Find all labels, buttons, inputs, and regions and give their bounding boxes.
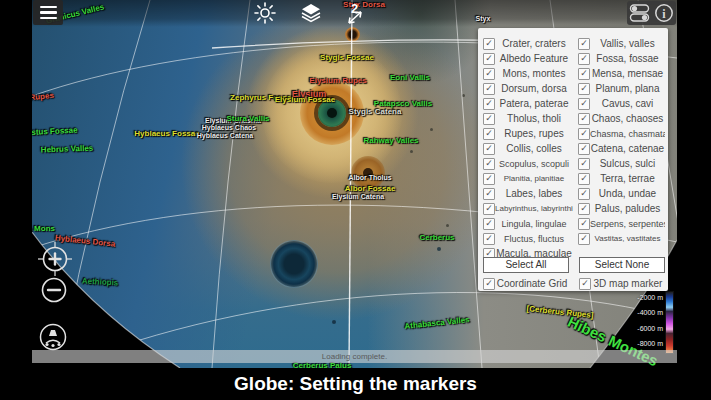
- feature-label: Coordinate Grid: [495, 278, 569, 289]
- feature-checkbox[interactable]: ✓: [483, 53, 495, 65]
- feature-row: ✓Scopulus, scopuli: [483, 156, 573, 171]
- feature-row: ✓Planitia, planitiae: [483, 171, 573, 186]
- feature-checkbox[interactable]: ✓: [483, 158, 495, 170]
- feature-row: ✓3D map marker: [579, 276, 665, 291]
- menu-button[interactable]: [33, 0, 63, 25]
- feature-row: ✓Catena, catenae: [578, 141, 665, 156]
- lander-button[interactable]: [38, 322, 68, 356]
- select-all-button[interactable]: Select All: [483, 257, 569, 273]
- feature-checkbox[interactable]: ✓: [483, 128, 495, 140]
- feature-checkbox[interactable]: ✓: [578, 188, 590, 200]
- feature-row: ✓Vastitas, vastitates: [578, 231, 665, 246]
- feature-checkbox[interactable]: ✓: [578, 113, 590, 125]
- svg-text:2: 2: [351, 1, 358, 16]
- info-button[interactable]: i: [654, 3, 674, 23]
- feature-label: Serpens, serpentes: [590, 219, 665, 229]
- feature-row: ✓Lingula, lingulae: [483, 216, 573, 231]
- elevation-legend: -2000 m-4000 m-6000 m-8000 m: [630, 288, 676, 356]
- feature-label: Labes, labes: [495, 188, 573, 199]
- feature-checkbox[interactable]: ✓: [578, 158, 590, 170]
- toggles-icon: [629, 3, 650, 23]
- feature-checkbox[interactable]: ✓: [578, 53, 590, 65]
- feature-checkbox[interactable]: ✓: [483, 233, 495, 245]
- feature-checkbox[interactable]: ✓: [578, 173, 590, 185]
- feature-row: ✓Mons, montes: [483, 66, 573, 81]
- feature-row: ✓Chaos, chaoses: [578, 111, 665, 126]
- feature-checkbox[interactable]: ✓: [483, 203, 495, 215]
- feature-checkbox[interactable]: ✓: [579, 278, 591, 290]
- feature-label: Palus, paludes: [590, 203, 665, 214]
- feature-label: Dorsum, dorsa: [495, 83, 573, 94]
- status-bar: Loading complete.: [32, 350, 677, 363]
- feature-checkbox[interactable]: ✓: [578, 233, 590, 245]
- feature-checkbox[interactable]: ✓: [578, 83, 590, 95]
- feature-row: ✓Chasma, chasmata: [578, 126, 665, 141]
- feature-checkbox[interactable]: ✓: [483, 188, 495, 200]
- feature-checkbox[interactable]: ✓: [578, 128, 590, 140]
- feature-row: ✓Crater, craters: [483, 36, 573, 51]
- zoom-in-button[interactable]: [38, 242, 72, 280]
- feature-label: Lingula, lingulae: [495, 219, 573, 229]
- feature-label: Collis, colles: [495, 143, 573, 154]
- feature-checkbox[interactable]: ✓: [483, 278, 495, 290]
- info-icon: i: [654, 3, 674, 23]
- feature-checkbox[interactable]: ✓: [578, 98, 590, 110]
- feature-list-left: ✓Crater, craters✓Albedo Feature✓Mons, mo…: [483, 36, 573, 261]
- feature-label: Catena, catenae: [590, 143, 665, 154]
- feature-checkbox[interactable]: ✓: [578, 68, 590, 80]
- 2d-view-icon: 2: [344, 1, 368, 26]
- feature-label: Patera, paterae: [495, 98, 573, 109]
- feature-row: ✓Tholus, tholi: [483, 111, 573, 126]
- feature-checkbox[interactable]: ✓: [578, 38, 590, 50]
- feature-checkbox[interactable]: ✓: [483, 218, 495, 230]
- feature-label: Rupes, rupes: [495, 128, 573, 139]
- feature-row: ✓Coordinate Grid: [483, 276, 569, 291]
- elevation-color-bar: [665, 291, 674, 354]
- settings-toggles-button[interactable]: [629, 3, 650, 23]
- letterbox-left: [0, 0, 32, 400]
- feature-row: ✓Terra, terrae: [578, 171, 665, 186]
- minus-icon: [40, 276, 68, 304]
- letterbox-right: [677, 0, 711, 400]
- hamburger-icon: [40, 6, 57, 20]
- feature-label: Tholus, tholi: [495, 113, 573, 124]
- feature-row: ✓Albedo Feature: [483, 51, 573, 66]
- feature-label: 3D map marker: [591, 278, 665, 289]
- feature-label: Unda, undae: [590, 188, 665, 199]
- feature-checkbox[interactable]: ✓: [483, 98, 495, 110]
- feature-row: ✓Fluctus, fluctus: [483, 231, 573, 246]
- view-2d-button[interactable]: 2: [344, 1, 368, 26]
- feature-row: ✓Unda, undae: [578, 186, 665, 201]
- brightness-button[interactable]: [254, 2, 276, 24]
- elevation-label: -6000 m: [631, 325, 663, 332]
- select-none-button[interactable]: Select None: [579, 257, 665, 273]
- feature-checkbox[interactable]: ✓: [483, 68, 495, 80]
- feature-row: ✓Labes, labes: [483, 186, 573, 201]
- feature-checkbox[interactable]: ✓: [483, 83, 495, 95]
- brightness-icon: [254, 2, 276, 24]
- feature-checkbox[interactable]: ✓: [483, 38, 495, 50]
- feature-label: Fluctus, fluctus: [495, 234, 573, 244]
- feature-row: ✓Patera, paterae: [483, 96, 573, 111]
- feature-row: ✓Fossa, fossae: [578, 51, 665, 66]
- feature-checkbox[interactable]: ✓: [578, 203, 590, 215]
- feature-checkbox[interactable]: ✓: [578, 218, 590, 230]
- elevation-label: -2000 m: [631, 294, 663, 301]
- layers-button[interactable]: [300, 3, 322, 23]
- zoom-out-button[interactable]: [40, 276, 68, 308]
- feature-label: Planum, plana: [590, 83, 665, 94]
- feature-row: ✓Cavus, cavi: [578, 96, 665, 111]
- feature-label: Vallis, valles: [590, 38, 665, 49]
- feature-checkbox[interactable]: ✓: [578, 143, 590, 155]
- lander-icon: [38, 322, 68, 352]
- feature-checkbox[interactable]: ✓: [483, 143, 495, 155]
- elevation-label: -8000 m: [631, 340, 663, 347]
- feature-label: Cavus, cavi: [590, 98, 665, 109]
- feature-label: Sulcus, sulci: [590, 158, 665, 169]
- feature-checkbox[interactable]: ✓: [483, 173, 495, 185]
- feature-row: ✓Serpens, serpentes: [578, 216, 665, 231]
- feature-label: Crater, craters: [495, 38, 573, 49]
- feature-checkbox[interactable]: ✓: [483, 113, 495, 125]
- feature-row: ✓Rupes, rupes: [483, 126, 573, 141]
- feature-label: Planitia, planitiae: [495, 174, 573, 183]
